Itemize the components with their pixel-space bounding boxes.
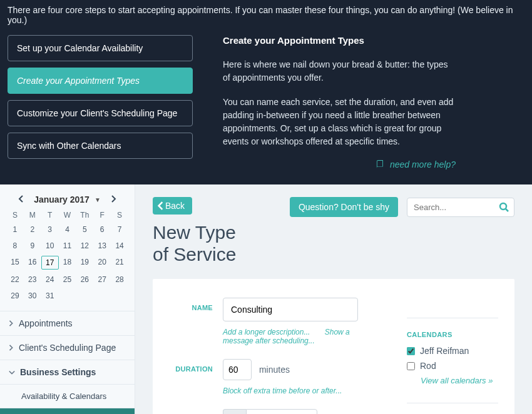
sidebar-sub-availability[interactable]: Availability & Calendars [0,384,135,408]
checkbox[interactable] [407,347,415,355]
calendar-day [59,290,76,302]
calendar-day[interactable]: 30 [24,290,41,302]
divider [407,318,498,318]
form-row-price: PRICE $ Set this to $0 to omit mention o… [169,409,382,414]
calendar-day[interactable]: 25 [59,273,76,286]
calendar-day[interactable]: 18 [59,256,76,270]
calendar-day[interactable]: 11 [59,240,76,252]
duration-input[interactable] [223,359,252,380]
calendar-day[interactable]: 13 [93,240,111,252]
calendar-day[interactable]: 14 [111,240,128,252]
page-title: New Type of Service [135,222,532,279]
content: Back Question? Don't be shy New Type of … [135,184,532,414]
calendar-day[interactable]: 21 [111,256,128,270]
question-button[interactable]: Question? Don't be shy [290,197,398,217]
svg-point-0 [500,203,506,210]
step-sync-calendars[interactable]: Sync with Other Calendars [8,133,193,159]
calendar-day[interactable]: 6 [93,223,111,236]
chevron-right-icon [9,318,14,328]
form-row-name: NAME Add a longer description... Show a … [169,298,382,356]
calendar-day[interactable]: 1 [6,223,24,236]
calendar-day[interactable]: 26 [76,273,93,286]
calendar-day[interactable]: 4 [59,223,76,236]
add-description-link[interactable]: Add a longer description... [223,328,310,336]
calendar-prev-icon[interactable] [18,194,24,204]
calendar-next-icon[interactable] [111,194,117,204]
calendar-day[interactable]: 17 [41,256,59,270]
calendar-day[interactable]: 27 [93,273,111,286]
price-input[interactable] [246,409,317,414]
header-right: Question? Don't be shy [290,197,514,217]
svg-line-1 [506,209,508,211]
name-label: NAME [169,298,223,311]
duration-hint: Block off extra time before or after... [223,386,382,395]
calendar-day[interactable]: 10 [41,240,59,252]
sidebar: January 2017 ▼ SMTWThFS12345678910111213… [0,184,135,414]
sidebar-item-label: Appointments [19,318,73,328]
calendar-header: January 2017 ▼ [6,191,128,211]
search-wrap [407,198,514,217]
calendar-day[interactable]: 8 [6,240,24,252]
name-hint: Add a longer description... Show a messa… [223,328,382,345]
block-time-link[interactable]: Block off extra time before or after... [223,386,342,395]
calendar-title[interactable]: January 2017 ▼ [34,194,101,204]
sidebar-item-scheduling-page[interactable]: Client's Scheduling Page [0,335,135,360]
info-title: Create your Appointment Types [223,35,456,46]
calendar-dow: T [41,211,59,220]
calendar-day[interactable]: 7 [111,223,128,236]
calendar-day [76,290,93,302]
step-calendar-availability[interactable]: Set up your Calendar Availability [8,35,193,61]
calendar-day[interactable]: 22 [6,273,24,286]
price-symbol: $ [223,409,246,414]
sidebar-item-appointments[interactable]: Appointments [0,311,135,335]
steps-column: Set up your Calendar Availability Create… [8,35,193,169]
form-row-duration: DURATION minutes Block off extra time be… [169,359,382,406]
calendars-section-label: CALENDARS [407,331,498,338]
calendar-day[interactable]: 12 [76,240,93,252]
step-scheduling-page[interactable]: Customize your Client's Scheduling Page [8,100,193,126]
form-right: CALENDARS Jeff Reifman Rod View all cale… [382,298,498,414]
need-help-link[interactable]: need more help? [223,159,456,169]
chevron-right-icon [9,343,14,353]
calendar-day[interactable]: 28 [111,273,128,286]
calendar-day[interactable]: 16 [24,256,41,270]
view-all-calendars-link[interactable]: View all calendars » [421,376,498,385]
back-button[interactable]: Back [153,197,192,215]
name-input[interactable] [223,298,358,321]
sidebar-item-business-settings[interactable]: Business Settings [0,360,135,384]
calendar-day[interactable]: 15 [6,256,24,270]
checkbox[interactable] [407,362,415,370]
onboarding-banner: There are four core steps to start accep… [0,0,532,184]
form-card: NAME Add a longer description... Show a … [153,279,514,414]
calendar-checkbox-1[interactable]: Jeff Reifman [407,346,498,356]
calendar-day[interactable]: 24 [41,273,59,286]
calendar-dow: S [6,211,24,220]
sidebar-sub-appointment-types[interactable]: Appointment Types [0,408,135,414]
calendar-day[interactable]: 23 [24,273,41,286]
duration-label: DURATION [169,359,223,373]
calendar-day[interactable]: 9 [24,240,41,252]
calendar-day[interactable]: 5 [76,223,93,236]
calendar-day[interactable]: 31 [41,290,59,302]
info-column: Create your Appointment Types Here is wh… [223,35,524,169]
calendar-grid: SMTWThFS12345678910111213141516171819202… [6,211,128,302]
calendar-day[interactable]: 19 [76,256,93,270]
calendar-checkbox-2[interactable]: Rod [407,361,498,371]
calendar-day [93,290,111,302]
chevron-left-icon [158,201,164,210]
calendar-dow: W [59,211,76,220]
step-appointment-types[interactable]: Create your Appointment Types [8,68,193,94]
calendar-day[interactable]: 3 [41,223,59,236]
calendar-widget: January 2017 ▼ SMTWThFS12345678910111213… [0,184,135,311]
calendar-day[interactable]: 29 [6,290,24,302]
chevron-down-icon: ▼ [95,196,101,203]
search-icon[interactable] [498,201,509,215]
calendar-day[interactable]: 20 [93,256,111,270]
calendar-dow: S [111,211,128,220]
sidebar-item-label: Business Settings [20,367,96,377]
intro-text: There are four core steps to start accep… [8,0,524,35]
info-para-2: You can name each service, set the durat… [223,96,456,148]
calendar-day[interactable]: 2 [24,223,41,236]
calendar-dow: F [93,211,111,220]
calendar-day [111,290,128,302]
